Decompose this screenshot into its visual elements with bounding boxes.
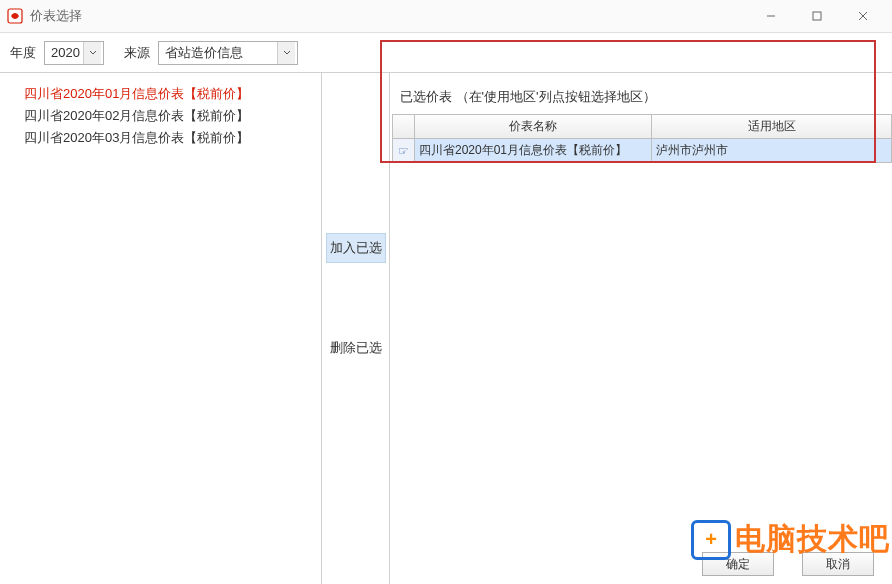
column-header-name[interactable]: 价表名称 xyxy=(415,115,652,139)
available-list[interactable]: 四川省2020年01月信息价表【税前价】 四川省2020年02月信息价表【税前价… xyxy=(0,73,322,584)
svg-rect-2 xyxy=(813,12,821,20)
list-item[interactable]: 四川省2020年02月信息价表【税前价】 xyxy=(8,105,313,127)
table-row[interactable]: ☞ 四川省2020年01月信息价表【税前价】 泸州市泸州市 xyxy=(393,139,892,163)
row-name-cell[interactable]: 四川省2020年01月信息价表【税前价】 xyxy=(415,139,652,163)
pointer-icon: ☞ xyxy=(398,144,409,158)
dialog-footer: 确定 取消 xyxy=(702,552,874,576)
column-header-region[interactable]: 适用地区 xyxy=(652,115,892,139)
source-label: 来源 xyxy=(124,44,150,62)
source-combo[interactable]: 省站造价信息 xyxy=(158,41,298,65)
year-label: 年度 xyxy=(10,44,36,62)
year-combo[interactable]: 2020 xyxy=(44,41,104,65)
toolbar: 年度 2020 来源 省站造价信息 xyxy=(0,33,892,73)
year-value: 2020 xyxy=(51,45,80,60)
row-region-cell[interactable]: 泸州市泸州市 xyxy=(652,139,892,163)
list-item[interactable]: 四川省2020年01月信息价表【税前价】 xyxy=(8,83,313,105)
title-bar: 价表选择 xyxy=(0,0,892,33)
source-value: 省站造价信息 xyxy=(165,44,243,62)
add-button[interactable]: 加入已选 xyxy=(326,233,386,263)
selected-pane: 已选价表 （在'使用地区'列点按钮选择地区） 价表名称 适用地区 ☞ 四川省20… xyxy=(390,73,892,584)
close-button[interactable] xyxy=(840,1,886,31)
cancel-button[interactable]: 取消 xyxy=(802,552,874,576)
selected-section-title: 已选价表 （在'使用地区'列点按钮选择地区） xyxy=(392,73,892,114)
list-item[interactable]: 四川省2020年03月信息价表【税前价】 xyxy=(8,127,313,149)
window-title: 价表选择 xyxy=(30,7,82,25)
maximize-button[interactable] xyxy=(794,1,840,31)
remove-button[interactable]: 删除已选 xyxy=(326,333,386,363)
minimize-button[interactable] xyxy=(748,1,794,31)
selected-grid[interactable]: 价表名称 适用地区 ☞ 四川省2020年01月信息价表【税前价】 泸州市泸州市 xyxy=(392,114,892,163)
transfer-controls: 加入已选 删除已选 xyxy=(322,73,390,584)
app-icon xyxy=(6,7,24,25)
grid-header: 价表名称 适用地区 xyxy=(393,115,892,139)
chevron-down-icon xyxy=(83,42,101,64)
ok-button[interactable]: 确定 xyxy=(702,552,774,576)
window-controls xyxy=(748,1,886,31)
chevron-down-icon xyxy=(277,42,295,64)
row-indicator: ☞ xyxy=(393,139,415,163)
row-handle-header xyxy=(393,115,415,139)
main-layout: 四川省2020年01月信息价表【税前价】 四川省2020年02月信息价表【税前价… xyxy=(0,73,892,584)
